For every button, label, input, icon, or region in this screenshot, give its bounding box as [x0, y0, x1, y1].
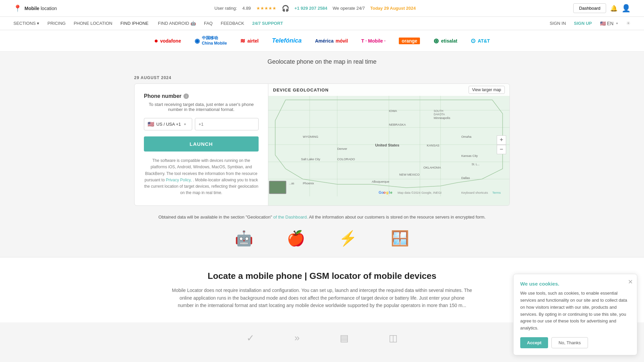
bell-icon[interactable]: 🔔 [610, 5, 618, 12]
language-selector[interactable]: 🇺🇸 EN ▾ [600, 21, 618, 26]
svg-text:Map data ©2024 Google, INEGI: Map data ©2024 Google, INEGI [397, 191, 441, 195]
nav-sign-in[interactable]: SIGN IN [550, 21, 566, 26]
nav-phone-location[interactable]: PHONE LOCATION [74, 21, 112, 26]
footnote: Obtained data will be available in the s… [0, 211, 644, 223]
svg-text:g: g [386, 191, 388, 195]
map-zoom-out-button[interactable]: − [497, 145, 506, 154]
main-nav: SECTIONS ▾ PRICING PHONE LOCATION FIND I… [0, 17, 644, 30]
header: 📍 Mobile location User rating: 4.89 ★★★★… [0, 0, 644, 17]
compat-text: The software is compatible with devices … [144, 158, 259, 196]
rating-stars: ★★★★★ [256, 6, 276, 11]
airtel-icon: ≋ [240, 37, 245, 45]
svg-text:Phoenix: Phoenix [303, 182, 314, 185]
nav-find-android[interactable]: FIND ANDROID 🤖 [158, 21, 196, 26]
info-icon[interactable]: i [183, 94, 189, 99]
att-icon: ⊙ [471, 37, 476, 45]
platform-icons: 🤖 🍎 ⚡ 🪟 [0, 223, 644, 257]
form-map-row: Phone number i To start receiving target… [134, 83, 510, 206]
vodafone-icon: ● [154, 37, 158, 45]
phone-label-row: Phone number i [144, 93, 259, 99]
etisalat-icon: ⊛ [433, 37, 439, 45]
map-zoom-in-button[interactable]: + [497, 135, 506, 145]
map-svg: WYOMING United States NEBRASKA Minneapol… [268, 84, 509, 205]
svg-text:Omaha: Omaha [461, 135, 472, 138]
cookie-banner: ✕ We use cookies. We use tools, such as … [513, 274, 637, 347]
svg-text:Minneapolis: Minneapolis [434, 116, 450, 120]
nav-faq[interactable]: FAQ [204, 21, 213, 26]
operate-text: We operate 24/7 [333, 6, 365, 11]
chevron-down-icon: ▾ [184, 122, 186, 126]
map-panel: DEVICE GEOLOCATION View larger map [268, 83, 510, 206]
nav-support[interactable]: 24/7 SUPPORT [252, 21, 283, 26]
phone-description: To start receiving target data, just ent… [144, 102, 259, 112]
arrows-icon: » [294, 333, 300, 344]
today-text: Today 29 August 2024 [370, 6, 416, 11]
flag-icon: 🇺🇸 [600, 21, 606, 26]
partner-telefonica: Telefónica [272, 37, 302, 44]
svg-text:OKLAHOMA: OKLAHOMA [423, 166, 441, 170]
logo-pin-icon: 📍 [13, 4, 22, 12]
rating-label: User rating: [214, 6, 237, 11]
svg-text:...as: ...as [289, 182, 294, 185]
svg-text:Terms: Terms [492, 191, 501, 195]
android-icon: 🤖 [235, 230, 253, 247]
phone-link[interactable]: +1 929 207 2584 [294, 6, 327, 11]
bottom-desc: Mobile Locator does not require installa… [171, 287, 473, 309]
country-label: US / USA +1 [156, 122, 181, 127]
header-right: Dashboard 🔔 👤 [573, 3, 631, 13]
dashboard-button[interactable]: Dashboard [573, 3, 606, 13]
nav-find-iphone[interactable]: FIND IPHONE [120, 21, 150, 26]
svg-text:Denver: Denver [337, 147, 347, 150]
checkmark-icon: ✓ [247, 333, 254, 344]
logo-area: 📍 Mobile location [13, 4, 57, 12]
cookie-accept-button[interactable]: Accept [520, 337, 548, 347]
svg-text:e: e [390, 191, 392, 195]
dashboard-link[interactable]: of the Dashboard. [273, 215, 308, 220]
svg-text:NEW MEXICO: NEW MEXICO [399, 173, 420, 176]
partners-row: ● vodafone ◉ 中国移动China Mobile ≋ airtel T… [0, 30, 644, 52]
privacy-policy-link[interactable]: Privacy Policy, [166, 178, 192, 182]
flag-icon: 🇺🇸 [148, 121, 154, 127]
svg-text:Keyboard shortcuts: Keyboard shortcuts [461, 191, 488, 195]
windows-icon: 🪟 [391, 230, 409, 247]
svg-text:WYOMING: WYOMING [303, 135, 318, 138]
nav-sections[interactable]: SECTIONS ▾ [13, 21, 39, 26]
svg-rect-40 [270, 182, 285, 193]
partner-orange: orange [399, 38, 420, 44]
map-controls: + − [497, 135, 506, 154]
launch-button[interactable]: LAUNCH [144, 136, 259, 152]
partner-america-movil: América móvil [315, 38, 348, 44]
phone-input-row: 🇺🇸 US / USA +1 ▾ [144, 118, 259, 130]
logo-text: Mobile location [24, 6, 57, 11]
cookie-title: We use cookies. [520, 281, 630, 287]
svg-text:o: o [383, 191, 386, 195]
theme-toggle-icon[interactable]: ☀ [626, 20, 631, 26]
svg-text:NEBRASKA: NEBRASKA [389, 123, 406, 126]
svg-text:IOWA: IOWA [389, 109, 397, 113]
cookie-no-thanks-button[interactable]: No, Thanks [551, 337, 588, 347]
phone-number-label: Phone number [144, 93, 181, 99]
user-icon[interactable]: 👤 [622, 4, 631, 13]
svg-text:SOUTH: SOUTH [434, 110, 443, 113]
partner-vodafone: ● vodafone [154, 37, 181, 45]
blackberry-icon: ⚡ [339, 230, 357, 247]
svg-text:DAKOTA: DAKOTA [434, 113, 445, 116]
nav-sign-up[interactable]: SIGN UP [574, 21, 592, 26]
partner-china-mobile: ◉ 中国移动China Mobile [195, 36, 227, 46]
svg-text:Dallas: Dallas [461, 176, 470, 180]
hero-text: Geolocate phone on the map in real time [0, 52, 644, 72]
view-larger-map-button[interactable]: View larger map [469, 86, 505, 94]
svg-text:COLORADO: COLORADO [337, 158, 355, 161]
svg-text:United States: United States [375, 143, 399, 147]
nav-feedback[interactable]: FEEDBACK [221, 21, 244, 26]
shield-icon: ◫ [389, 333, 397, 344]
svg-text:St. L...: St. L... [472, 163, 480, 166]
phone-number-input[interactable] [195, 118, 259, 130]
country-select[interactable]: 🇺🇸 US / USA +1 ▾ [144, 118, 192, 130]
cookie-close-button[interactable]: ✕ [628, 278, 633, 286]
nav-pricing[interactable]: PRICING [47, 21, 65, 26]
rating-value: 4.89 [243, 6, 251, 11]
chevron-down-icon: ▾ [616, 21, 618, 25]
partner-etisalat: ⊛ etisalat [433, 37, 457, 45]
support-icon: 🎧 [282, 5, 289, 12]
